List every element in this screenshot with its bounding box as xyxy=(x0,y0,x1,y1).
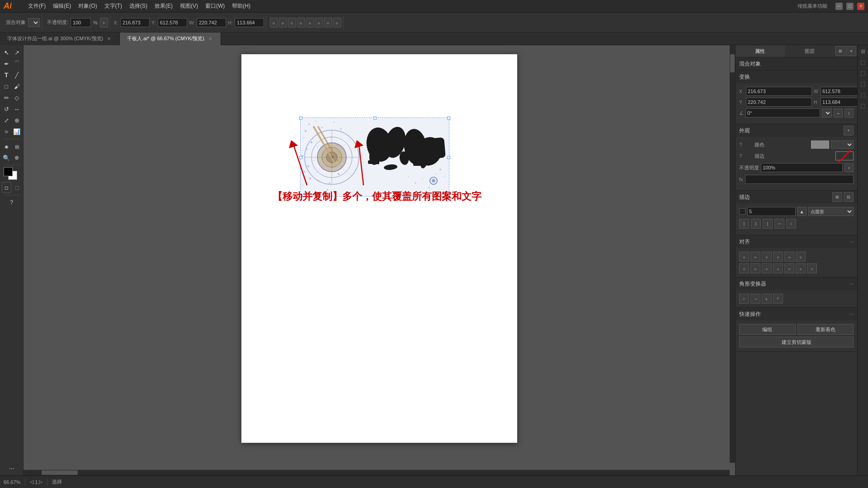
fill-select[interactable] xyxy=(831,141,854,149)
prev-page-btn[interactable]: ◁ xyxy=(30,479,33,485)
stroke-align-right[interactable]: | xyxy=(763,219,773,229)
stroke-icon2[interactable]: ⊟ xyxy=(844,192,854,202)
transform-header[interactable]: 变换 xyxy=(736,70,857,83)
rotate-tool[interactable]: ↺ xyxy=(2,103,11,114)
selection-tool[interactable]: ↖ xyxy=(2,47,11,58)
appearance-header[interactable]: 外观 + xyxy=(736,124,857,137)
question-tool[interactable]: ? xyxy=(2,197,22,208)
right-icon-5[interactable]: ⬚ xyxy=(859,90,868,99)
distribute-center-h[interactable]: ⬦ xyxy=(750,263,760,273)
shaper-tool[interactable]: ◇ xyxy=(12,92,22,103)
menu-help[interactable]: 帮助(H) xyxy=(228,0,254,13)
opacity-input[interactable] xyxy=(71,18,91,27)
tab2-close[interactable]: ✕ xyxy=(207,36,213,42)
align-top[interactable]: ⬦ xyxy=(773,252,783,262)
stroke-align-center[interactable]: | xyxy=(751,219,761,229)
menu-select[interactable]: 选择(S) xyxy=(126,0,151,13)
stroke-profile2[interactable]: ↕ xyxy=(786,219,796,229)
distribute-spacing[interactable]: ⬦ xyxy=(807,263,817,273)
x-value-input[interactable] xyxy=(746,87,812,96)
tab-file1[interactable]: 字体设计作品一组.ai @ 300% (CMYK/预览) ✕ xyxy=(0,33,120,45)
paintbrush-tool[interactable]: 🖌 xyxy=(12,81,22,92)
menu-object[interactable]: 对象(O) xyxy=(75,0,100,13)
opacity-appearance-input[interactable] xyxy=(761,163,843,172)
reflect-tool[interactable]: ↔ xyxy=(12,103,22,114)
corner-header[interactable]: 角形变换器 ··· xyxy=(736,277,857,290)
graph-tool[interactable]: 📊 xyxy=(12,126,22,137)
opacity-arrow[interactable]: › xyxy=(100,18,108,28)
column-graph-tool[interactable]: ▤ xyxy=(12,141,22,152)
distribute-left[interactable]: ⬦ xyxy=(739,263,749,273)
stroke-weight-input[interactable] xyxy=(747,207,796,216)
menu-file[interactable]: 文件(F) xyxy=(24,0,49,13)
right-icon-1[interactable]: ⊞ xyxy=(859,47,868,56)
right-icon-3[interactable]: ⬚ xyxy=(859,69,868,78)
tab-properties[interactable]: 属性 xyxy=(736,45,785,57)
symbol-tool[interactable]: ◉ xyxy=(2,141,11,152)
blend-header[interactable]: 混合对象 xyxy=(736,57,857,70)
angle-input[interactable] xyxy=(745,108,820,117)
more-tools[interactable]: ··· xyxy=(2,463,22,474)
tab1-close[interactable]: ✕ xyxy=(106,36,112,42)
tab-file2[interactable]: 千板人.ai* @ 66.67% (CMYK/预览) ✕ xyxy=(120,33,221,45)
distribute-btn[interactable]: ⬦ xyxy=(324,18,332,28)
recolor-btn[interactable]: 重新着色 xyxy=(797,324,854,335)
line-tool[interactable]: ╱ xyxy=(12,70,22,80)
pen-tool[interactable]: ✒ xyxy=(2,58,11,69)
vertical-scrollbar[interactable] xyxy=(730,45,735,463)
window-minimize[interactable]: ─ xyxy=(835,3,843,10)
flip-h-btn[interactable]: ↔ xyxy=(834,108,843,117)
stroke-icon1[interactable]: ⊞ xyxy=(832,192,842,202)
right-icon-2[interactable]: ⬚ xyxy=(859,58,868,67)
normal-mode[interactable]: ◻ xyxy=(2,182,11,193)
h-value-input[interactable] xyxy=(821,98,857,107)
menu-view[interactable]: 视图(V) xyxy=(176,0,202,13)
width-tool[interactable]: ⊕ xyxy=(12,115,22,126)
distribute-bottom[interactable]: ⬦ xyxy=(796,263,806,273)
align-left-btn[interactable]: ⬦ xyxy=(270,18,278,28)
angle-select[interactable] xyxy=(822,108,832,117)
align-bottom[interactable]: ⬦ xyxy=(796,252,806,262)
h-scroll-thumb[interactable] xyxy=(42,470,78,475)
align-right[interactable]: ⬦ xyxy=(762,252,772,262)
eyedropper-tool[interactable]: 🔍 xyxy=(2,152,11,163)
height-input[interactable] xyxy=(235,18,264,27)
right-icon-6[interactable]: ⬚ xyxy=(859,101,868,110)
align-header[interactable]: 对齐 ··· xyxy=(736,235,857,248)
stroke-weight-up[interactable]: ▲ xyxy=(797,207,807,216)
pencil-tool[interactable]: ✏ xyxy=(2,92,11,103)
align-middle-btn[interactable]: ⬦ xyxy=(306,18,314,28)
zoom-tool[interactable]: ⊕ xyxy=(12,152,22,163)
corner-round-tr[interactable]: ¬ xyxy=(750,294,760,304)
align-bottom-btn[interactable]: ⬦ xyxy=(315,18,323,28)
quick-actions-header[interactable]: 快速操作 ··· xyxy=(736,308,857,320)
corner-round-br[interactable]: ┘ xyxy=(773,294,783,304)
corner-round-tl[interactable]: ⌐ xyxy=(739,294,749,304)
window-close[interactable]: ✕ xyxy=(857,3,864,10)
canvas-scroll[interactable]: 【移动并复制】多个，使其覆盖所有图案和文字 xyxy=(24,45,735,475)
stroke-swatch[interactable] xyxy=(835,151,854,160)
scroll-thumb[interactable] xyxy=(730,54,735,72)
width-input[interactable] xyxy=(197,18,226,27)
warp-tool[interactable]: ≈ xyxy=(2,126,11,137)
menu-type[interactable]: 文字(T) xyxy=(101,0,126,13)
panel-icon-2[interactable]: ≡ xyxy=(846,46,856,56)
align-center-v[interactable]: ⬦ xyxy=(784,252,794,262)
distribute2-btn[interactable]: ⬦ xyxy=(333,18,341,28)
w-value-input[interactable] xyxy=(821,87,857,96)
align-left[interactable]: ⬦ xyxy=(739,252,749,262)
window-maximize[interactable]: □ xyxy=(846,3,854,10)
mask-btn[interactable]: 建立剪切蒙版 xyxy=(739,337,854,347)
rectangle-tool[interactable]: □ xyxy=(2,81,11,92)
right-icon-4[interactable]: ⬚ xyxy=(859,80,868,89)
menu-window[interactable]: 窗口(W) xyxy=(202,0,228,13)
fx-input[interactable] xyxy=(745,175,854,184)
stroke-profile1[interactable]: ↔ xyxy=(774,219,784,229)
stroke-align-left[interactable]: | xyxy=(739,219,749,229)
horizontal-scrollbar[interactable] xyxy=(24,470,730,475)
flip-v-btn[interactable]: ↕ xyxy=(844,108,854,117)
stroke-color-swatch[interactable] xyxy=(739,208,745,215)
stroke-type-select[interactable]: 点圆形 xyxy=(808,207,854,216)
direct-selection-tool[interactable]: ↗ xyxy=(12,47,22,58)
opacity-arrow-btn[interactable]: › xyxy=(844,163,854,172)
